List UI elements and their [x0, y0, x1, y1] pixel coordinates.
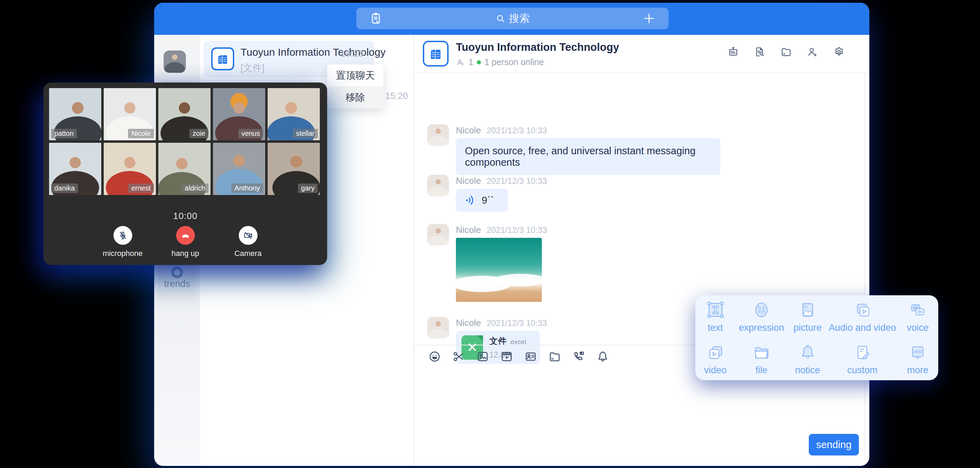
feature-expression[interactable]: expression [735, 300, 788, 333]
feature-text[interactable]: text [695, 300, 735, 333]
video-tile[interactable]: ernest [104, 143, 156, 195]
message-timestamp: 2021/12/3 10:33 [487, 225, 547, 235]
sender-name: Nicole [456, 225, 481, 235]
feature-picture[interactable]: picture [788, 300, 827, 333]
search-input[interactable]: 搜索 [495, 11, 530, 26]
avatar[interactable] [427, 317, 449, 339]
text-message-bubble[interactable]: Open source, free, and universal instant… [456, 138, 721, 175]
members-icon [456, 58, 465, 67]
voice-wave-icon [464, 194, 477, 206]
group-file-icon[interactable] [780, 46, 792, 58]
control-label: microphone [103, 249, 143, 258]
microphone-button[interactable]: microphone [102, 226, 143, 258]
trends-ring-icon[interactable] [169, 265, 185, 280]
contacts-icon[interactable] [369, 11, 383, 26]
participant-name: gary [298, 184, 318, 193]
notice-icon [798, 343, 818, 362]
feature-notice[interactable]: notice [788, 343, 827, 376]
participant-name: danika [51, 184, 78, 193]
picture-icon[interactable] [476, 350, 489, 363]
organization-icon [423, 41, 449, 67]
voice-message-bubble[interactable]: 9`` [456, 189, 508, 212]
feature-more[interactable]: more [897, 343, 938, 376]
video-tile[interactable]: stellar [267, 88, 320, 141]
hang-up-button[interactable]: hang up [165, 226, 206, 258]
camera-off-icon [239, 226, 258, 245]
context-menu: 置顶聊天 移除 [327, 64, 383, 108]
group-notice-icon[interactable] [727, 46, 739, 58]
conversation-preview: [文件] [240, 62, 264, 74]
participant-name: stellar [293, 129, 318, 138]
feature-audio-video[interactable]: Audio and video [827, 300, 897, 333]
screenshot-stage: 搜索 trends Tuoyun Information Technology … [0, 0, 980, 468]
feature-custom[interactable]: custom [827, 343, 897, 376]
participant-grid: patton Nicole zoie venus stellar danika … [49, 88, 321, 195]
screenshot-icon[interactable] [452, 350, 465, 363]
video-tile[interactable]: aldrich [158, 143, 210, 195]
chat-history-icon[interactable] [754, 46, 765, 58]
organization-icon [211, 47, 234, 70]
more-icon [908, 343, 928, 362]
notice-bell-icon[interactable] [596, 350, 609, 363]
video-tile[interactable]: venus [213, 88, 265, 141]
video-tile[interactable]: zoie [158, 88, 210, 141]
sender-name: Nicole [456, 318, 481, 328]
emoji-icon[interactable] [428, 350, 441, 363]
custom-icon [853, 343, 872, 362]
video-icon [706, 343, 725, 362]
chat-subtitle: 1 1 person online [456, 57, 544, 67]
top-bar: 搜索 [154, 3, 869, 35]
participant-name: aldrich [182, 184, 208, 193]
call-timer: 10:00 [43, 211, 327, 222]
feature-file[interactable]: file [735, 343, 788, 376]
online-dot [477, 60, 481, 64]
video-icon[interactable] [500, 350, 513, 363]
video-call-icon[interactable] [572, 350, 585, 363]
context-menu-pin-chat[interactable]: 置顶聊天 [327, 64, 383, 86]
nav-item-trends[interactable]: trends [154, 279, 200, 289]
voice-duration: 9`` [482, 195, 494, 206]
participant-name: Anthony [231, 184, 263, 193]
settings-icon[interactable] [833, 46, 845, 58]
send-button[interactable]: sending [809, 434, 859, 455]
call-controls: microphone hang up Camera [43, 226, 327, 258]
text-icon [706, 300, 725, 319]
video-call-overlay: patton Nicole zoie venus stellar danika … [43, 83, 327, 265]
folder-icon[interactable] [548, 350, 562, 363]
file-extension: .excel [509, 338, 526, 345]
control-label: Camera [234, 249, 261, 258]
plus-icon[interactable] [642, 11, 656, 26]
avatar[interactable] [427, 175, 449, 196]
file-name: 文件 [489, 336, 507, 346]
avatar[interactable] [427, 224, 449, 246]
audio-video-icon [853, 300, 872, 319]
search-bar[interactable]: 搜索 [356, 8, 668, 29]
participant-name: zoie [189, 129, 208, 138]
conversation-time: 15:20 [340, 48, 363, 59]
conversation-title: Tuoyun Information Technology [240, 46, 386, 58]
image-message-thumbnail[interactable] [456, 238, 542, 302]
microphone-off-icon [113, 226, 132, 245]
video-tile[interactable]: gary [267, 143, 320, 195]
participant-name: patton [51, 129, 77, 138]
message-timestamp: 2021/12/3 10:33 [487, 318, 547, 327]
member-count: 1 [468, 57, 473, 67]
feature-panel: text expression picture Audio and video … [695, 295, 938, 380]
feature-voice[interactable]: voice [897, 300, 938, 333]
message-timestamp: 2021/12/3 10:33 [487, 176, 547, 185]
user-avatar[interactable] [164, 51, 186, 73]
context-menu-remove[interactable]: 移除 [327, 86, 383, 108]
search-icon [495, 13, 506, 24]
control-label: hang up [172, 249, 199, 258]
add-member-icon[interactable] [807, 46, 819, 58]
video-tile[interactable]: danika [49, 143, 101, 195]
video-tile[interactable]: patton [49, 88, 101, 141]
search-placeholder: 搜索 [509, 11, 530, 26]
sender-name: Nicole [456, 125, 481, 136]
feature-video[interactable]: video [695, 343, 735, 376]
avatar[interactable] [427, 124, 449, 146]
camera-button[interactable]: Camera [228, 226, 268, 258]
video-tile[interactable]: Anthony [213, 143, 265, 195]
contact-card-icon[interactable] [524, 350, 537, 363]
video-tile[interactable]: Nicole [104, 88, 156, 141]
